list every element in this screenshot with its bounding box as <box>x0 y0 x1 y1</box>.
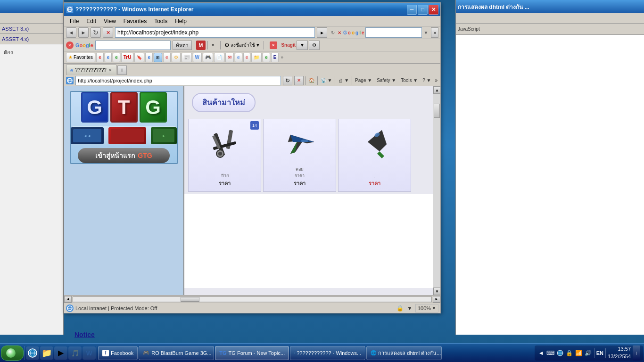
show-desktop-btn[interactable]: | <box>633 346 640 361</box>
maximize-button[interactable]: □ <box>418 5 428 15</box>
security-btn[interactable]: ▼ <box>406 304 413 312</box>
secondary-address-input[interactable] <box>75 76 281 85</box>
new-tab-btn[interactable]: + <box>117 66 127 75</box>
print-btn[interactable]: 🖨 ▼ <box>336 76 351 85</box>
scroll-up-btn[interactable]: ▲ <box>433 86 440 94</box>
fav-item-18[interactable]: e <box>263 53 270 62</box>
tray-keyboard-icon[interactable]: ⌨ <box>547 349 554 357</box>
tray-lang-indicator[interactable]: EN <box>596 350 603 356</box>
tray-ie-icon[interactable] <box>556 349 564 357</box>
quicklaunch-folder[interactable]: 📁 <box>40 346 53 360</box>
tray-expand-btn[interactable]: ◄ <box>537 349 545 357</box>
fav-item-10[interactable]: 📰 <box>182 53 192 62</box>
quicklaunch-ie[interactable] <box>26 346 39 360</box>
google-search-input[interactable] <box>95 41 171 50</box>
feeds-btn[interactable]: 📡 ▼ <box>319 76 334 85</box>
quicklaunch-word[interactable]: W <box>83 346 96 360</box>
google-search-btn[interactable]: ค้นหา <box>173 41 192 50</box>
fav-item-15[interactable]: e <box>235 53 242 62</box>
addr2-refresh-btn[interactable]: ↻ <box>283 76 292 85</box>
fav-item-3[interactable]: e <box>113 53 120 62</box>
horizontal-scrollbar: ◄ ► <box>64 295 440 303</box>
fav-item-7[interactable]: ⊞ <box>154 53 162 62</box>
favorites-more[interactable]: » <box>280 55 284 60</box>
fav-item-2[interactable]: e <box>105 53 112 62</box>
zoom-indicator[interactable]: 100% ▼ <box>415 304 438 313</box>
page-btn[interactable]: Page ▼ <box>353 76 374 85</box>
back-button[interactable]: ◄ <box>66 27 76 38</box>
h-scroll-track[interactable] <box>73 296 432 302</box>
scroll-left-btn[interactable]: ◄ <box>64 296 72 303</box>
snagit-capture-btn[interactable]: ▼ <box>297 41 308 50</box>
taskbar-btn-facebook[interactable]: f Facebook <box>98 346 138 360</box>
address-input[interactable] <box>115 27 315 38</box>
go-button[interactable]: ► <box>317 27 327 38</box>
home-btn[interactable]: 🏠 <box>307 76 316 85</box>
menu-favorites[interactable]: Favorites <box>120 17 150 25</box>
status-bar: Local intranet | Protected Mode: Off 🔒 ▼… <box>64 303 440 313</box>
zoom-dropdown[interactable]: ▼ <box>432 306 436 311</box>
quicklaunch-media[interactable]: ▶ <box>54 346 67 360</box>
search-input[interactable] <box>365 27 422 38</box>
enter-gtg-btn[interactable]: เข้าสู่หน้าแรก GTG <box>78 148 170 163</box>
product-card-3[interactable]: . ราคา <box>338 119 411 192</box>
ie-window: ???????????? - Windows Internet Explorer… <box>64 2 441 313</box>
fav-item-19[interactable]: E <box>271 53 279 62</box>
favorites-btn[interactable]: ★ Favorites <box>66 53 95 62</box>
google-toolbar-close[interactable]: ✕ <box>66 41 74 49</box>
toolbar-dismiss-btn[interactable]: ✕ <box>270 41 277 49</box>
search-options-btn[interactable]: » <box>431 27 438 38</box>
fav-item-5[interactable]: 🔖 <box>134 53 144 62</box>
fav-item-11[interactable]: W <box>193 53 202 62</box>
fav-item-17[interactable]: 📁 <box>251 53 262 62</box>
fav-item-9[interactable]: ⚙ <box>172 53 181 62</box>
addr2-stop-btn[interactable]: ✕ <box>294 76 304 85</box>
fav-item-16[interactable]: e <box>243 53 251 62</box>
tab-close-btn[interactable]: ✕ <box>108 68 112 73</box>
stop-button[interactable]: ✕ <box>103 27 113 38</box>
tray-network-icon[interactable]: 📶 <box>575 349 583 357</box>
menu-help[interactable]: Help <box>171 17 190 25</box>
close-button[interactable]: ✕ <box>429 5 438 15</box>
search-dropdown-icon[interactable]: ▼ <box>424 30 429 35</box>
start-button[interactable] <box>1 346 24 361</box>
help-btn[interactable]: ? ▼ <box>421 76 433 85</box>
fav-item-6[interactable]: e <box>145 53 153 62</box>
scroll-track[interactable] <box>433 94 440 288</box>
fav-item-1[interactable]: e <box>96 53 104 62</box>
gmail-icon[interactable]: M <box>196 41 206 50</box>
forward-button[interactable]: ► <box>78 27 89 38</box>
menu-edit[interactable]: Edit <box>83 17 100 25</box>
quicklaunch-winamp[interactable]: 🎵 <box>68 346 82 360</box>
menu-file[interactable]: File <box>66 17 83 25</box>
taskbar-btn-dhtml[interactable]: 🌐 การแสดงผล dhtml ต่างกัน... <box>366 346 442 360</box>
scroll-down-btn[interactable]: ▼ <box>433 288 440 295</box>
product-card-2[interactable]: คอม ราคา ราคา <box>263 119 336 192</box>
taskbar-btn-ie[interactable]: ???????????? - Windows... <box>290 346 365 360</box>
tab-current[interactable]: e ???????????? ✕ <box>66 65 116 75</box>
fav-item-4[interactable]: TrU <box>121 53 134 62</box>
fav-item-12[interactable]: 🎮 <box>203 53 213 62</box>
h-scroll-thumb[interactable] <box>181 297 199 302</box>
fav-item-8[interactable]: e <box>163 53 171 62</box>
menu-tools[interactable]: Tools <box>150 17 171 25</box>
cmd-more-btn[interactable]: » <box>434 78 438 83</box>
fav-item-13[interactable]: 📄 <box>214 53 224 62</box>
refresh-button[interactable]: ↻ <box>91 27 101 38</box>
scroll-thumb[interactable] <box>434 104 440 118</box>
taskbar-btn-blastburn[interactable]: 🎮 RO BlastBurn Game 3G... <box>139 346 214 360</box>
google-settings-icon[interactable]: ⚙ ลงชื่อเข้าใช้ ▼ <box>224 41 260 49</box>
toolbar-sep-2 <box>207 41 208 49</box>
product-card-1[interactable]: 14 <box>188 119 261 192</box>
safety-btn[interactable]: Safety ▼ <box>375 76 398 85</box>
minimize-button[interactable]: ─ <box>407 5 417 15</box>
taskbar-btn-tgforum[interactable]: TG TG Forum - New Topic... <box>215 346 289 360</box>
title-bar: ???????????? - Windows Internet Explorer… <box>64 3 440 16</box>
tray-volume-icon[interactable]: 🔊 <box>585 349 592 357</box>
menu-view[interactable]: View <box>100 17 120 25</box>
scroll-right-btn[interactable]: ► <box>433 296 440 303</box>
snagit-option-btn[interactable]: ⚙ <box>309 41 320 50</box>
google-options-btn[interactable]: » <box>210 41 216 50</box>
tools-btn[interactable]: Tools ▼ <box>399 76 420 85</box>
fav-item-14[interactable]: ✉ <box>225 53 234 62</box>
